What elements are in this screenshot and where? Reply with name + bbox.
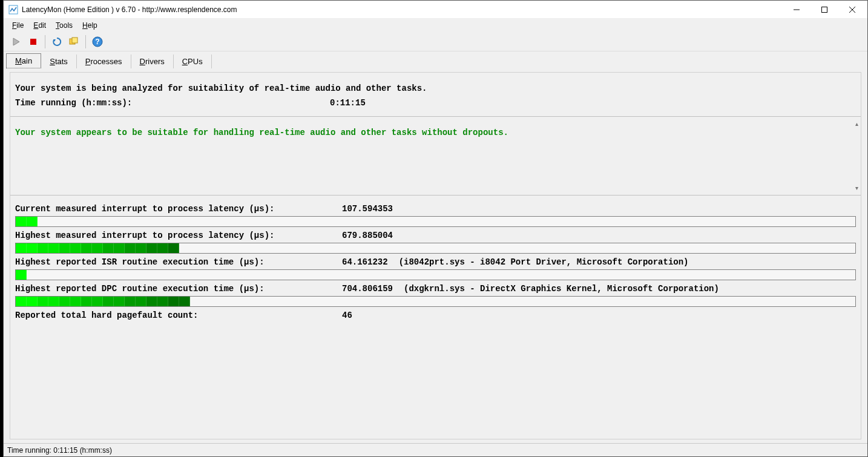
tab-processes[interactable]: Processes — [77, 54, 131, 68]
close-button[interactable] — [838, 1, 866, 19]
toolbar-separator — [45, 35, 45, 48]
stop-button[interactable] — [25, 34, 41, 50]
metric-row: Highest measured interrupt to process la… — [15, 227, 856, 254]
latency-bar — [15, 216, 856, 227]
metric-row: Current measured interrupt to process la… — [15, 200, 856, 227]
metric-row: Highest reported ISR routine execution t… — [15, 254, 856, 280]
metric-label: Reported total hard pagefault count: — [15, 311, 342, 320]
analysis-text: Your system is being analyzed for suitab… — [15, 84, 856, 93]
window-controls — [783, 1, 866, 19]
toolbar-separator — [85, 35, 86, 48]
svg-rect-6 — [30, 39, 36, 45]
svg-text:?: ? — [95, 38, 99, 46]
metric-value: 107.594353 — [342, 204, 393, 214]
tab-cpus[interactable]: CPUs — [174, 54, 212, 68]
help-icon[interactable]: ? — [90, 34, 105, 50]
svg-marker-5 — [13, 38, 19, 45]
latency-bar — [15, 243, 856, 254]
menu-tools[interactable]: Tools — [52, 20, 76, 31]
menubar: File Edit Tools Help — [4, 19, 867, 32]
svg-rect-9 — [72, 38, 77, 43]
metric-row: Highest reported DPC routine execution t… — [15, 280, 856, 307]
refresh-icon[interactable] — [49, 34, 65, 50]
metrics-panel: Current measured interrupt to process la… — [10, 196, 861, 325]
window-title: LatencyMon (Home Edition ) v 6.70 - http… — [22, 5, 783, 14]
maximize-button[interactable] — [810, 1, 838, 19]
scroll-down-icon[interactable]: ▾ — [855, 185, 858, 191]
menu-help[interactable]: Help — [79, 20, 101, 31]
tabbar: Main Stats Processes Drivers CPUs — [4, 51, 867, 68]
statusbar: Time running: 0:11:15 (h:mm:ss) — [4, 443, 867, 456]
latency-bar — [15, 296, 856, 307]
metric-value: 46 — [342, 311, 352, 320]
metric-value: 704.806159 — [342, 284, 393, 294]
metric-label: Current measured interrupt to process la… — [15, 204, 342, 214]
metric-label: Highest reported DPC routine execution t… — [15, 284, 342, 294]
verdict-text: Your system appears to be suitable for h… — [15, 128, 856, 137]
verdict-panel: ▴ Your system appears to be suitable for… — [10, 117, 861, 196]
windows-icon[interactable] — [66, 34, 82, 50]
scroll-up-icon[interactable]: ▴ — [855, 120, 858, 127]
menu-file[interactable]: File — [8, 20, 27, 31]
svg-rect-2 — [822, 7, 827, 12]
main-panel: Your system is being analyzed for suitab… — [10, 72, 861, 439]
status-text: Time running: 0:11:15 (h:mm:ss) — [7, 446, 112, 455]
latency-bar — [15, 269, 856, 280]
app-icon — [8, 5, 18, 15]
time-running-label: Time running (h:mm:ss): — [15, 98, 330, 108]
tab-drivers[interactable]: Drivers — [131, 54, 174, 68]
metric-detail: (i8042prt.sys - i8042 Port Driver, Micro… — [399, 257, 689, 267]
metric-value: 64.161232 — [342, 257, 388, 267]
time-running-value: 0:11:15 — [330, 98, 366, 108]
metric-detail: (dxgkrnl.sys - DirectX Graphics Kernel, … — [404, 284, 719, 294]
metric-label: Highest measured interrupt to process la… — [15, 231, 342, 240]
app-window: LatencyMon (Home Edition ) v 6.70 - http… — [3, 0, 868, 457]
minimize-button[interactable] — [783, 1, 810, 19]
tab-main[interactable]: Main — [6, 53, 41, 68]
metric-label: Highest reported ISR routine execution t… — [15, 257, 342, 267]
toolbar: ? — [4, 32, 867, 51]
metric-row: Reported total hard pagefault count:46 — [15, 307, 856, 320]
menu-edit[interactable]: Edit — [30, 20, 50, 31]
play-button[interactable] — [8, 34, 24, 50]
metric-value: 679.885004 — [342, 231, 393, 240]
titlebar[interactable]: LatencyMon (Home Edition ) v 6.70 - http… — [4, 1, 867, 19]
analysis-header: Your system is being analyzed for suitab… — [10, 73, 861, 117]
tab-stats[interactable]: Stats — [41, 54, 77, 68]
